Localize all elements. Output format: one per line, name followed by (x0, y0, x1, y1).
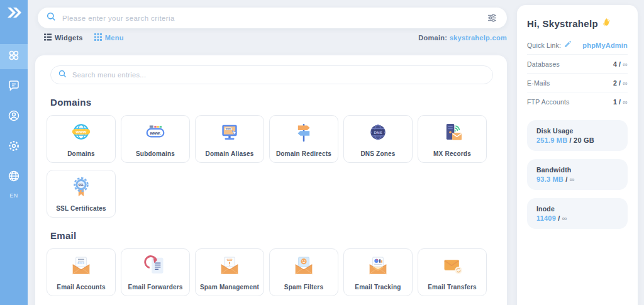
svg-text:WWW: WWW (76, 130, 87, 134)
menu-card-label: Subdomains (136, 150, 175, 157)
sidebar-item-dashboard[interactable] (0, 44, 28, 69)
search-icon (47, 12, 56, 24)
monitor-www-icon: www (217, 121, 242, 148)
app-logo[interactable] (0, 0, 28, 28)
server-mail-icon (440, 121, 465, 148)
stat-label: FTP Accounts (527, 98, 570, 106)
globe-dns-icon: DNS (365, 121, 391, 148)
envelope-sync-icon (440, 254, 465, 282)
menu-card-domains[interactable]: WWW Domains (47, 115, 116, 163)
stat-row-emails: E-Mails 2 / ∞ (527, 74, 628, 92)
widgets-view-toggle[interactable]: Widgets (44, 33, 83, 42)
menu-toggle-label: Menu (105, 34, 124, 42)
usage-card-bandwidth: Bandwidth 93.3 MB / ∞ (527, 159, 628, 190)
stat-value: 4 / ∞ (613, 60, 628, 68)
sidebar: EN (0, 0, 28, 305)
menu-view-toggle[interactable]: Menu (94, 33, 124, 42)
quick-link-value[interactable]: phpMyAdmin (582, 42, 628, 49)
pencil-edit-icon[interactable] (564, 41, 571, 49)
document-forward-arrow-icon (143, 254, 168, 282)
global-search-bar (38, 8, 507, 28)
usage-value: 11409 / ∞ (536, 214, 618, 222)
sidebar-item-support-chat[interactable] (0, 74, 28, 99)
url-bar-www-icon: www. (143, 121, 168, 148)
view-toggle-row: Widgets Menu Domain: skystrahelp.com (44, 32, 507, 43)
menu-card-email-accounts[interactable]: Email Accounts (47, 248, 116, 296)
sidebar-item-account[interactable] (0, 104, 28, 130)
usage-cards: Disk Usage 251.9 MB / 20 GB Bandwidth 93… (527, 120, 628, 229)
quota-rows: Quick Link: phpMyAdmin Databases 4 / ∞ E… (527, 36, 628, 111)
svg-text:SPAM: SPAM (227, 258, 232, 261)
svg-text:www.: www. (150, 131, 160, 135)
menu-card-label: MX Records (433, 150, 471, 157)
menu-card-domain-aliases[interactable]: www Domain Aliases (195, 115, 264, 163)
sidebar-item-settings[interactable] (0, 135, 28, 160)
double-chevron-right-icon (6, 6, 22, 21)
widgets-toggle-label: Widgets (55, 34, 83, 42)
quick-link-label-wrap: Quick Link: (527, 41, 571, 49)
menu-card-label: Spam Management (200, 284, 259, 291)
menu-card-subdomains[interactable]: www. Subdomains (121, 115, 190, 163)
menu-card-email-tracking[interactable]: Email Tracking (343, 248, 413, 296)
stat-label: Databases (527, 60, 560, 68)
menu-card-label: Domain Redirects (276, 150, 331, 157)
menu-card-spam-filters[interactable]: Spam Filters (269, 248, 338, 296)
section-title-domains: Domains (50, 97, 497, 108)
account-panel: Hi, Skystrahelp Quick Link: phpMyAdmin D… (517, 5, 638, 305)
stat-value: 2 / ∞ (613, 79, 628, 87)
usage-title: Inode (536, 205, 618, 213)
email-card-grid: Email Accounts Email Forwarders SPAM Spa… (47, 248, 497, 296)
dashboard-grid-icon (8, 49, 20, 64)
filter-sliders-icon[interactable] (486, 12, 498, 25)
menu-card-mx-records[interactable]: MX Records (418, 115, 487, 163)
usage-value: 251.9 MB / 20 GB (536, 136, 618, 144)
usage-title: Disk Usage (536, 127, 618, 135)
greeting-text: Hi, Skystrahelp (527, 18, 598, 29)
menu-search-input[interactable] (72, 71, 485, 79)
settings-gear-icon (8, 140, 20, 155)
menu-card-label: Email Transfers (428, 284, 476, 291)
envelope-spam-alert-icon: SPAM (217, 254, 242, 282)
menu-grid-icon (94, 33, 102, 42)
stat-row-databases: Databases 4 / ∞ (527, 55, 628, 74)
user-account-icon (8, 109, 20, 125)
menu-card-label: DNS Zones (360, 150, 395, 157)
menu-card-spam-management[interactable]: SPAM Spam Management (195, 248, 264, 296)
greeting-heading: Hi, Skystrahelp (527, 18, 628, 30)
menu-search-bar (50, 65, 493, 84)
menu-card-email-forwarders[interactable]: Email Forwarders (121, 248, 190, 296)
menu-card-label: Domain Aliases (206, 150, 254, 157)
domain-label: Domain: (418, 34, 447, 42)
menu-card-ssl-certificates[interactable]: SSL SSL Certificates (47, 170, 116, 218)
usage-value: 93.3 MB / ∞ (536, 175, 618, 183)
globe-www-icon: WWW (69, 121, 94, 148)
usage-card-disk: Disk Usage 251.9 MB / 20 GB (527, 120, 628, 151)
stat-row-ftp-accounts: FTP Accounts 1 / ∞ (527, 92, 628, 111)
menu-card-dns-zones[interactable]: DNS DNS Zones (343, 115, 413, 163)
waving-hand-emoji (602, 18, 612, 30)
ssl-badge-icon: SSL (69, 175, 94, 203)
svg-text:SSL: SSL (78, 184, 84, 187)
svg-text:DNS: DNS (374, 130, 382, 135)
menu-card-label: Spam Filters (284, 284, 323, 291)
menu-panel: Domains WWW Domains www. Subdomains www … (35, 55, 507, 305)
current-domain: Domain: skystrahelp.com (418, 34, 507, 42)
menu-card-email-transfers[interactable]: Email Transfers (418, 248, 487, 296)
envelope-smiley-icon (291, 254, 316, 282)
quick-link-row: Quick Link: phpMyAdmin (527, 36, 628, 55)
language-globe-icon (8, 170, 20, 185)
domain-value-link[interactable]: skystrahelp.com (450, 34, 507, 42)
menu-card-label: SSL Certificates (56, 205, 106, 212)
stat-label: E-Mails (527, 79, 550, 87)
stat-value: 1 / ∞ (613, 98, 628, 106)
search-icon (58, 69, 67, 80)
menu-card-label: Email Forwarders (128, 284, 182, 291)
global-search-input[interactable] (62, 14, 486, 22)
widgets-grid-icon (44, 33, 52, 42)
menu-card-domain-redirects[interactable]: Domain Redirects (269, 115, 338, 163)
menu-card-label: Email Tracking (355, 284, 401, 291)
language-code-label[interactable]: EN (0, 192, 28, 199)
sidebar-item-language[interactable] (0, 165, 28, 190)
quick-link-label: Quick Link: (527, 42, 561, 49)
svg-text:www: www (225, 128, 231, 130)
